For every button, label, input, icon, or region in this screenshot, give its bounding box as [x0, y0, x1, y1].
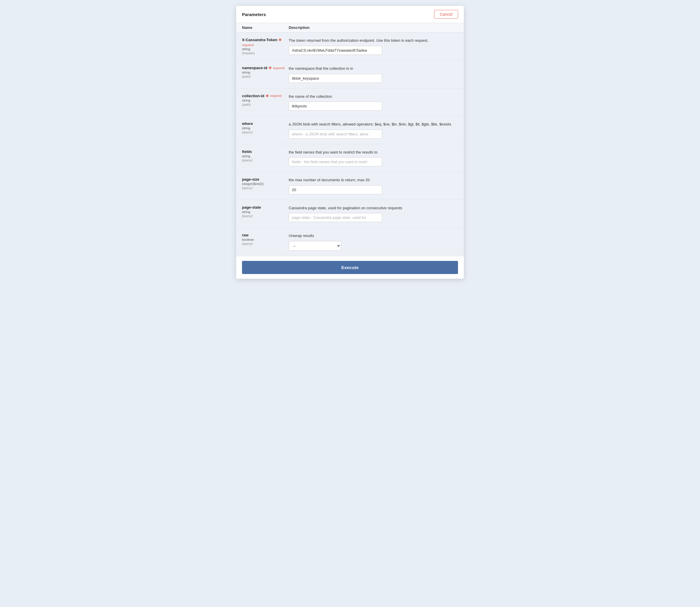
param-location: (header) — [242, 51, 286, 55]
param-type: string — [242, 47, 286, 51]
param-desc-block: the namespace that the collection is in — [289, 66, 458, 83]
param-row: page-statestring(query)Cassandra page st… — [236, 200, 464, 228]
modal-header: Parameters Cancel — [236, 6, 464, 23]
param-desc-block: The token returned from the authorizatio… — [289, 38, 458, 55]
param-name-line: page-state — [242, 205, 286, 210]
required-badge: required — [273, 66, 285, 70]
param-desc-block: the name of the collection — [289, 94, 458, 111]
param-text-input[interactable] — [289, 213, 382, 222]
param-description-text: the field names that you want to restric… — [289, 149, 458, 155]
param-description-text: Cassandra page state, used for paginatio… — [289, 205, 458, 211]
param-row: fieldsstring(query)the field names that … — [236, 144, 464, 172]
col-name-header: Name — [242, 25, 289, 30]
param-name-text: page-size — [242, 177, 259, 182]
param-type: string — [242, 210, 286, 214]
params-body: X-Cassandra-Token✱requiredstring(header)… — [236, 33, 464, 256]
execute-button[interactable]: Execute — [242, 261, 458, 274]
param-text-input[interactable] — [289, 130, 382, 139]
param-description-text: Unwrap results — [289, 233, 458, 239]
modal-footer: Execute — [236, 256, 464, 279]
param-text-input[interactable] — [289, 102, 382, 111]
param-text-input[interactable] — [289, 74, 382, 83]
param-type: string — [242, 99, 286, 102]
param-location: (path) — [242, 103, 286, 106]
param-description-text: the namespace that the collection is in — [289, 66, 458, 71]
param-location: (query) — [242, 130, 286, 134]
param-location: (query) — [242, 242, 286, 246]
table-header: Name Description — [236, 23, 464, 33]
param-name-line: page-size — [242, 177, 286, 182]
required-badge: required — [242, 43, 254, 47]
param-row: rawboolean(query)Unwrap results--truefal… — [236, 228, 464, 256]
param-name-text: page-state — [242, 205, 261, 210]
param-name-block: fieldsstring(query) — [242, 149, 289, 162]
param-type: string — [242, 154, 286, 158]
modal-title: Parameters — [242, 12, 266, 17]
param-text-input[interactable] — [289, 46, 382, 55]
cancel-button[interactable]: Cancel — [434, 10, 458, 19]
param-text-input[interactable] — [289, 185, 382, 194]
param-name-block: rawboolean(query) — [242, 233, 289, 246]
param-name-text: namespace-id — [242, 66, 267, 70]
param-name-line: namespace-id✱required — [242, 66, 286, 70]
param-location: (query) — [242, 214, 286, 218]
param-select-input[interactable]: --truefalse — [289, 241, 341, 251]
param-name-block: page-sizeinteger($int32)(query) — [242, 177, 289, 190]
param-text-input[interactable] — [289, 157, 382, 166]
param-name-block: namespace-id✱requiredstring(path) — [242, 66, 289, 78]
col-description-header: Description — [289, 25, 458, 30]
param-name-block: wherestring(query) — [242, 121, 289, 134]
param-name-line: fields — [242, 149, 286, 154]
param-type: string — [242, 70, 286, 74]
param-description-text: the max number of documents to return, m… — [289, 177, 458, 183]
param-name-line: where — [242, 121, 286, 126]
param-row: namespace-id✱requiredstring(path)the nam… — [236, 60, 464, 88]
param-row: collection-id✱requiredstring(path)the na… — [236, 88, 464, 117]
param-name-block: X-Cassandra-Token✱requiredstring(header) — [242, 38, 289, 55]
required-star: ✱ — [266, 94, 269, 98]
parameters-modal: Parameters Cancel Name Description X-Cas… — [236, 6, 464, 279]
required-badge: required — [270, 94, 282, 98]
param-row: wherestring(query)a JSON blob with searc… — [236, 116, 464, 144]
param-desc-block: the max number of documents to return, m… — [289, 177, 458, 194]
param-location: (query) — [242, 186, 286, 190]
param-row: X-Cassandra-Token✱requiredstring(header)… — [236, 33, 464, 60]
param-description-text: the name of the collection — [289, 94, 458, 100]
param-description-text: The token returned from the authorizatio… — [289, 38, 458, 43]
param-name-text: collection-id — [242, 94, 265, 98]
param-name-line: collection-id✱required — [242, 94, 286, 98]
param-location: (path) — [242, 75, 286, 78]
param-type: boolean — [242, 238, 286, 241]
param-name-block: page-statestring(query) — [242, 205, 289, 218]
param-name-text: raw — [242, 233, 248, 237]
param-row: page-sizeinteger($int32)(query)the max n… — [236, 172, 464, 200]
required-star: ✱ — [269, 66, 272, 70]
param-name-text: fields — [242, 149, 252, 154]
param-name-text: where — [242, 121, 253, 126]
param-type: string — [242, 126, 286, 130]
param-name-line: X-Cassandra-Token✱required — [242, 38, 286, 47]
param-desc-block: Cassandra page state, used for paginatio… — [289, 205, 458, 222]
param-location: (query) — [242, 159, 286, 162]
param-name-text: X-Cassandra-Token — [242, 38, 277, 42]
param-desc-block: the field names that you want to restric… — [289, 149, 458, 167]
param-description-text: a JSON blob with search filters, allowed… — [289, 121, 458, 127]
param-desc-block: Unwrap results--truefalse — [289, 233, 458, 251]
param-type: integer($int32) — [242, 182, 286, 186]
param-name-block: collection-id✱requiredstring(path) — [242, 94, 289, 106]
param-name-line: raw — [242, 233, 286, 237]
required-star: ✱ — [279, 38, 282, 42]
param-desc-block: a JSON blob with search filters, allowed… — [289, 121, 458, 139]
